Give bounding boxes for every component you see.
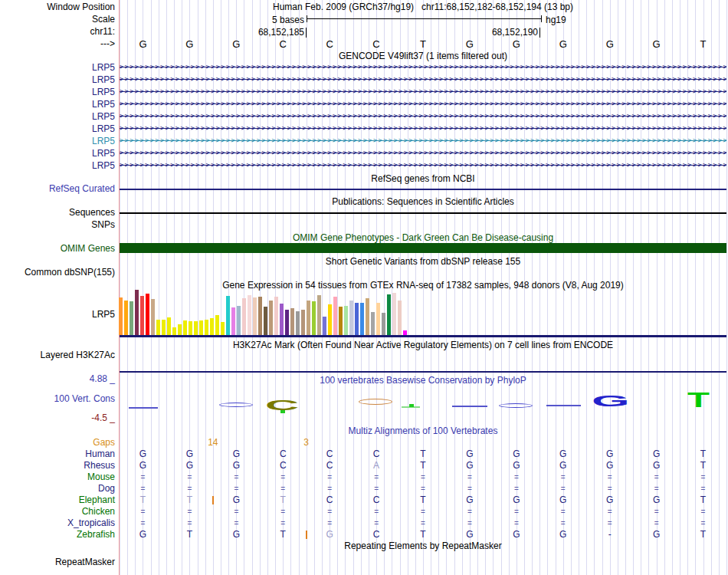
gtex-tissue-bar[interactable] bbox=[124, 301, 128, 335]
gtex-tissue-bar[interactable] bbox=[119, 297, 123, 335]
gtex-tissue-bar[interactable] bbox=[371, 312, 375, 335]
gtex-tissue-bar[interactable] bbox=[312, 301, 316, 335]
gtex-tissue-bar[interactable] bbox=[392, 293, 396, 335]
species-label[interactable]: Mouse bbox=[0, 472, 115, 482]
gtex-tissue-bar[interactable] bbox=[215, 315, 219, 335]
alignment-base: = bbox=[467, 472, 472, 482]
alignment-base: = bbox=[421, 472, 425, 482]
species-label[interactable]: Human bbox=[0, 449, 115, 459]
sequences-item[interactable] bbox=[120, 212, 726, 214]
gtex-tissue-bar[interactable] bbox=[258, 297, 262, 335]
refseq-curated-label[interactable]: RefSeq Curated bbox=[0, 184, 115, 194]
gene-label[interactable]: LRP5 bbox=[0, 112, 115, 122]
gtex-tissue-bar[interactable] bbox=[264, 307, 267, 335]
gtex-tissue-bar[interactable] bbox=[296, 311, 300, 335]
gtex-tissue-bar[interactable] bbox=[301, 310, 305, 335]
species-label[interactable]: Zebrafish bbox=[0, 530, 115, 540]
gtex-tissue-bar[interactable] bbox=[183, 320, 187, 335]
gtex-tissue-bar[interactable] bbox=[285, 310, 289, 335]
gtex-tissue-bar[interactable] bbox=[355, 303, 359, 335]
gtex-tissue-bar[interactable] bbox=[199, 320, 203, 335]
gtex-tissue-bar[interactable] bbox=[221, 322, 225, 335]
gtex-tissue-bar[interactable] bbox=[151, 299, 155, 335]
gene-intron-arrows[interactable]: >>>>>>>>>>>>>>>>>>>>>>>>>>>>>>>>>>>>>>>>… bbox=[120, 99, 726, 109]
gtex-tissue-bar[interactable] bbox=[231, 307, 235, 335]
gene-label[interactable]: LRP5 bbox=[0, 75, 115, 85]
gene-intron-arrows[interactable]: >>>>>>>>>>>>>>>>>>>>>>>>>>>>>>>>>>>>>>>>… bbox=[120, 160, 726, 170]
gtex-tissue-bar[interactable] bbox=[253, 297, 257, 335]
gtex-tissue-bar[interactable] bbox=[135, 290, 139, 335]
gtex-tissue-bar[interactable] bbox=[226, 296, 230, 335]
gtex-tissue-bar[interactable] bbox=[366, 298, 369, 335]
gtex-tissue-bar[interactable] bbox=[333, 297, 337, 335]
gene-label[interactable]: LRP5 bbox=[0, 136, 115, 146]
gene-intron-arrows[interactable]: >>>>>>>>>>>>>>>>>>>>>>>>>>>>>>>>>>>>>>>>… bbox=[120, 87, 726, 97]
sequences-label[interactable]: Sequences bbox=[0, 208, 115, 218]
gene-intron-arrows[interactable]: >>>>>>>>>>>>>>>>>>>>>>>>>>>>>>>>>>>>>>>>… bbox=[120, 148, 726, 158]
alignment-base: G bbox=[653, 495, 660, 505]
gene-intron-arrows[interactable]: >>>>>>>>>>>>>>>>>>>>>>>>>>>>>>>>>>>>>>>>… bbox=[120, 123, 726, 133]
gtex-tissue-bar[interactable] bbox=[360, 303, 364, 335]
gtex-tissue-bar[interactable] bbox=[323, 317, 326, 335]
species-label[interactable]: Rhesus bbox=[0, 461, 115, 471]
species-label[interactable]: X_tropicalis bbox=[0, 518, 115, 528]
gtex-tissue-bar[interactable] bbox=[349, 301, 353, 335]
gtex-tissue-bar[interactable] bbox=[210, 318, 214, 335]
gtex-tissue-bar[interactable] bbox=[387, 294, 391, 335]
gtex-tissue-bar[interactable] bbox=[307, 301, 310, 335]
alignment-base: = bbox=[421, 507, 425, 517]
gtex-tissue-bar[interactable] bbox=[339, 307, 343, 335]
gtex-tissue-bar[interactable] bbox=[146, 294, 149, 335]
species-label[interactable]: Elephant bbox=[0, 495, 115, 505]
gene-label[interactable]: LRP5 bbox=[0, 149, 115, 159]
alignment-base: G bbox=[653, 449, 660, 459]
gtex-tissue-bar[interactable] bbox=[376, 303, 380, 335]
gtex-tissue-bar[interactable] bbox=[269, 301, 273, 335]
gtex-tissue-bar[interactable] bbox=[328, 304, 332, 335]
gtex-tissue-bar[interactable] bbox=[344, 306, 348, 335]
gtex-tissue-bar[interactable] bbox=[162, 320, 166, 335]
refseq-curated-item[interactable] bbox=[120, 189, 726, 190]
gtex-tissue-bar[interactable] bbox=[130, 301, 133, 335]
omim-genes-label[interactable]: OMIM Genes bbox=[0, 244, 115, 254]
gtex-tissue-bar[interactable] bbox=[205, 320, 208, 335]
gtex-tissue-bar[interactable] bbox=[242, 298, 246, 335]
gtex-tissue-bar[interactable] bbox=[167, 317, 171, 335]
repeatmasker-label[interactable]: RepeatMasker bbox=[0, 557, 115, 567]
species-label[interactable]: Dog bbox=[0, 484, 115, 494]
gene-label[interactable]: LRP5 bbox=[0, 100, 115, 110]
gene-label[interactable]: LRP5 bbox=[0, 63, 115, 73]
gene-intron-arrows[interactable]: >>>>>>>>>>>>>>>>>>>>>>>>>>>>>>>>>>>>>>>>… bbox=[120, 111, 726, 121]
h3k27ac-label[interactable]: Layered H3K27Ac bbox=[0, 350, 115, 360]
gtex-tissue-bar[interactable] bbox=[290, 308, 294, 335]
gtex-tissue-bar[interactable] bbox=[178, 324, 182, 335]
species-label[interactable]: Chicken bbox=[0, 507, 115, 517]
gtex-tissue-bar[interactable] bbox=[280, 304, 284, 335]
alignment-base: = bbox=[187, 518, 192, 528]
gene-intron-arrows[interactable]: >>>>>>>>>>>>>>>>>>>>>>>>>>>>>>>>>>>>>>>>… bbox=[120, 74, 726, 84]
gene-label[interactable]: LRP5 bbox=[0, 87, 115, 97]
gene-label[interactable]: LRP5 bbox=[0, 161, 115, 171]
gtex-tissue-bar[interactable] bbox=[382, 313, 385, 335]
gtex-tissue-bar[interactable] bbox=[317, 295, 321, 335]
gtex-tissue-bar[interactable] bbox=[274, 297, 278, 335]
alignment-base: T bbox=[420, 495, 425, 505]
gtex-tissue-bar[interactable] bbox=[398, 301, 402, 335]
phylop-label[interactable]: 100 Vert. Cons bbox=[0, 394, 115, 404]
gtex-tissue-bar[interactable] bbox=[248, 295, 251, 335]
gtex-tissue-bar[interactable] bbox=[140, 296, 144, 335]
gtex-tissue-bar[interactable] bbox=[156, 320, 160, 335]
gtex-item-label[interactable]: LRP5 bbox=[0, 310, 115, 320]
gene-intron-arrows[interactable]: >>>>>>>>>>>>>>>>>>>>>>>>>>>>>>>>>>>>>>>>… bbox=[120, 62, 726, 72]
snps-label[interactable]: SNPs bbox=[0, 220, 115, 230]
omim-gene-bar[interactable] bbox=[120, 243, 726, 253]
gtex-tissue-bar[interactable] bbox=[237, 306, 241, 335]
alignment-base: = bbox=[327, 518, 332, 528]
gtex-tissue-bar[interactable] bbox=[172, 327, 176, 335]
dbsnp-label[interactable]: Common dbSNP(155) bbox=[0, 268, 115, 278]
reference-base: G bbox=[559, 39, 567, 49]
gtex-tissue-bar[interactable] bbox=[189, 321, 192, 335]
gene-intron-arrows[interactable]: >>>>>>>>>>>>>>>>>>>>>>>>>>>>>>>>>>>>>>>>… bbox=[120, 136, 726, 146]
gene-label[interactable]: LRP5 bbox=[0, 124, 115, 134]
gtex-tissue-bar[interactable] bbox=[194, 321, 198, 335]
